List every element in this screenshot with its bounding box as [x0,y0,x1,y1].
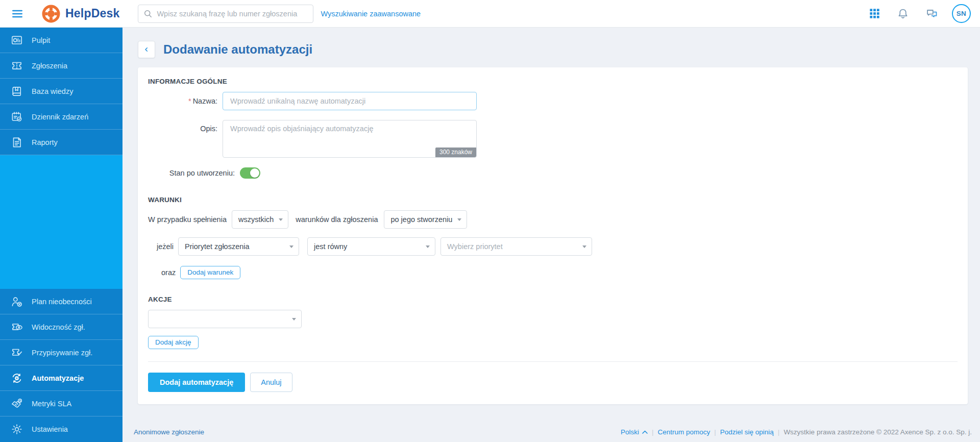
sidebar-item-label: Raporty [32,138,58,146]
footer: Anonimowe zgłoszenie Polski | Centrum po… [134,428,972,436]
name-label-cell: *Nazwa: [148,97,223,105]
language-label: Polski [621,428,639,436]
gear-icon [10,423,23,436]
char-limit-badge: 300 znaków [435,148,476,157]
sidebar-item-dziennik-zdarzen[interactable]: Dziennik zdarzeń [0,104,122,130]
search-icon [143,9,153,19]
conditions-sentence-middle: warunków dla zgłoszenia [296,215,378,224]
add-action-button[interactable]: Dodaj akcję [148,336,199,349]
anonymous-ticket-link[interactable]: Anonimowe zgłoszenie [134,428,204,436]
topbar-actions: SN [853,4,971,23]
state-label: Stan po utworzeniu: [148,169,240,177]
sla-handshake-icon [10,397,23,410]
apps-grid-button[interactable] [868,7,881,20]
sidebar-item-label: Baza wiedzy [32,87,73,95]
search-input[interactable] [138,5,313,23]
trigger-value: po jego stworzeniu [390,215,452,224]
automation-form-card: INFORMACJE OGÓLNE *Nazwa: Opis: 300 znak… [138,67,968,404]
sidebar-item-plan-nieobecnosci[interactable]: Plan nieobecności [0,289,122,314]
separator: | [652,428,654,436]
automation-icon [10,372,23,385]
help-center-link[interactable]: Centrum pomocy [657,428,710,436]
condition-value-select[interactable]: Wybierz priorytet [440,237,592,256]
book-icon [10,85,23,98]
page-title: Dodawanie automatyzacji [163,42,312,57]
copyright-text: Wszystkie prawa zastrzeżone © 2022 Axenc… [783,428,972,436]
topbar: HelpDesk Wyszukiwanie zaawansowane SN [0,0,980,28]
sidebar-group-admin: Plan nieobecności Widoczność zgł. Przypi… [0,289,122,442]
sidebar-item-label: Dziennik zdarzeń [32,113,88,121]
sidebar-item-przypisywanie-zgl[interactable]: Przypisywanie zgł. [0,340,122,365]
event-log-icon [10,110,23,124]
page-header: Dodawanie automatyzacji [138,41,980,58]
condition-value-placeholder: Wybierz priorytet [447,242,503,251]
sidebar-group-main: Pulpit Zgłoszenia Baza wiedzy Dziennik z… [0,28,122,155]
sidebar-item-label: Widoczność zgł. [32,323,85,331]
condition-operator-select[interactable]: jest równy [307,237,435,256]
form-divider [148,361,958,362]
separator: | [778,428,780,436]
dashboard-icon [10,34,23,47]
messages-button[interactable] [925,7,939,20]
user-avatar[interactable]: SN [952,4,971,23]
notifications-button[interactable] [896,7,910,20]
chevron-down-icon [292,318,296,321]
back-button[interactable] [138,41,155,58]
sidebar: Pulpit Zgłoszenia Baza wiedzy Dziennik z… [0,28,122,442]
footer-links: Polski | Centrum pomocy | Podziel się op… [621,428,972,436]
add-condition-button[interactable]: Dodaj warunek [180,266,240,279]
sidebar-item-zgloszenia[interactable]: Zgłoszenia [0,53,122,79]
hamburger-menu-button[interactable] [10,7,24,21]
ticket-assign-icon [10,346,23,359]
actions-header: AKCJE [148,296,958,303]
hamburger-icon [11,7,24,20]
general-info-header: INFORMACJE OGÓLNE [148,78,958,85]
state-toggle[interactable] [240,167,260,179]
helpdesk-logo[interactable]: HelpDesk [42,5,119,23]
sidebar-item-ustawienia[interactable]: Ustawienia [0,416,122,442]
sidebar-item-metryki-sla[interactable]: Metryki SLA [0,391,122,416]
action-select[interactable] [148,310,302,328]
sidebar-item-label: Ustawienia [32,425,68,433]
separator: | [714,428,716,436]
description-field-wrap: 300 znaków [223,120,477,158]
ticket-icon [10,59,23,72]
language-selector[interactable]: Polski [621,428,648,436]
advanced-search-link[interactable]: Wyszukiwanie zaawansowane [321,10,421,18]
sidebar-item-label: Plan nieobecności [32,298,92,306]
sidebar-item-label: Przypisywanie zgł. [32,349,92,357]
sidebar-item-label: Automatyzacje [32,374,84,382]
ticket-visibility-icon [10,321,23,334]
conditions-header: WARUNKI [148,196,958,204]
chevron-down-icon [582,245,586,248]
match-mode-select[interactable]: wszystkich [232,210,288,229]
chevron-left-icon [142,45,151,54]
trigger-select[interactable]: po jego stworzeniu [384,210,467,229]
chevron-down-icon [457,218,461,221]
sidebar-item-pulpit[interactable]: Pulpit [0,28,122,53]
cancel-button[interactable]: Anuluj [250,373,292,392]
conditions-sentence-prefix: W przypadku spełnienia [148,215,227,224]
helpdesk-app: HelpDesk Wyszukiwanie zaawansowane SN Pu… [0,0,980,442]
sidebar-item-raporty[interactable]: Raporty [0,130,122,155]
report-document-icon [10,136,23,149]
required-marker: * [188,97,191,105]
submit-automation-button[interactable]: Dodaj automatyzację [148,373,245,392]
sidebar-item-label: Zgłoszenia [32,62,67,70]
chevron-up-icon [642,430,648,434]
chevron-down-icon [279,218,283,221]
condition-field-select[interactable]: Priorytet zgłoszenia [178,237,299,256]
user-absence-icon [10,295,23,308]
feedback-link[interactable]: Podziel się opinią [720,428,774,436]
and-label: oraz [161,268,176,277]
sidebar-item-automatyzacje[interactable]: Automatyzacje [0,365,122,391]
sidebar-item-label: Metryki SLA [32,400,71,408]
if-label: jeżeli [157,242,174,251]
sidebar-item-widocznosc-zgl[interactable]: Widoczność zgł. [0,314,122,340]
main-content: Dodawanie automatyzacji INFORMACJE OGÓLN… [122,28,980,442]
automation-name-input[interactable] [223,92,477,110]
sidebar-item-label: Pulpit [32,36,50,44]
form-buttons: Dodaj automatyzację Anuluj [148,373,958,392]
lifebuoy-logo-icon [42,5,60,23]
sidebar-item-baza-wiedzy[interactable]: Baza wiedzy [0,79,122,104]
